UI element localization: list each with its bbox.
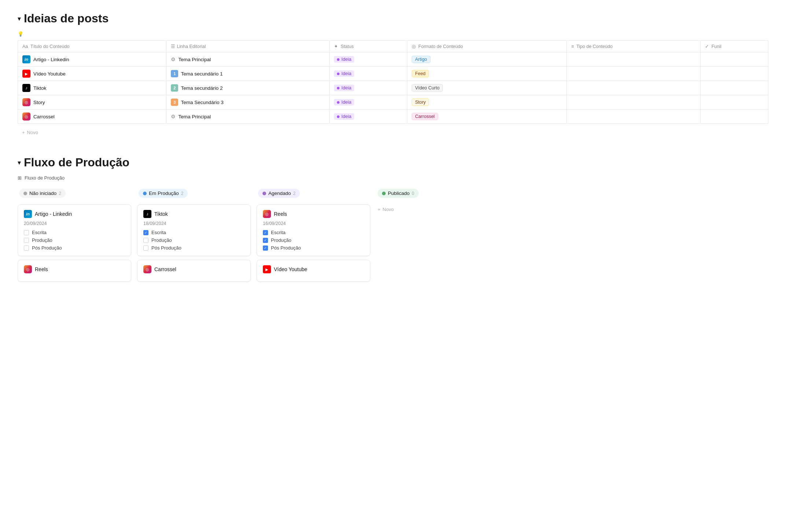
cell-tipo: [567, 110, 701, 124]
cell-status: Ideia: [330, 52, 407, 67]
card-title: in Artigo - Linkedin: [24, 210, 125, 218]
kanban-subheader: ⊞ Fluxo de Produção: [18, 175, 768, 181]
status-dot: [143, 192, 147, 195]
kanban-table-icon: ⊞: [18, 175, 22, 181]
check-item: Produção: [24, 237, 125, 243]
col-count: 0: [412, 191, 414, 196]
col-title: Não iniciado: [29, 191, 56, 196]
check-label: Produção: [32, 237, 52, 243]
add-row-label: Novo: [27, 130, 38, 135]
cell-status: Ideia: [330, 67, 407, 81]
col-header-em_producao: Em Produção 2: [137, 186, 251, 200]
card-title: ▶ Vídeo Youtube: [263, 265, 364, 273]
cell-titulo: ▶ Vídeo Youtube: [18, 67, 166, 81]
check-label: Pós Produção: [151, 245, 181, 251]
card-title: ◎ Reels: [263, 210, 364, 218]
checkbox[interactable]: [24, 245, 29, 251]
check-item: Produção: [263, 237, 364, 243]
check-label: Escrita: [151, 230, 166, 235]
ideias-title: Ideias de posts: [24, 12, 109, 25]
cell-formato: Feed: [407, 67, 567, 81]
check-label: Produção: [151, 237, 172, 243]
checkbox[interactable]: [263, 238, 268, 243]
kanban-subheader-label: Fluxo de Produção: [25, 175, 65, 181]
cell-titulo: ♪ Tiktok: [18, 81, 166, 95]
table-row[interactable]: ♪ Tiktok 2 Tema secundário 2 Ideia Vídeo…: [18, 81, 768, 95]
cell-titulo: ◎ Carrossel: [18, 110, 166, 124]
check-item: Pós Produção: [263, 245, 364, 251]
kanban-card[interactable]: ♪ Tiktok 18/09/2024 Escrita Produção: [137, 204, 251, 256]
card-checklist: Escrita Produção Pós Produção: [24, 230, 125, 251]
check-label: Produção: [271, 237, 291, 243]
card-date: 16/09/2024: [263, 221, 364, 226]
fluxo-header: ▾ Fluxo de Produção: [18, 156, 768, 169]
card-title-text: Reels: [274, 211, 287, 217]
add-card-label: Novo: [383, 207, 394, 212]
col-title: Publicado: [388, 191, 409, 196]
col-header-nao_iniciado: Não iniciado 2: [18, 186, 131, 200]
col-count: 2: [181, 191, 184, 196]
table-row[interactable]: ◎ Carrossel ⚙ Tema Principal Ideia Carro…: [18, 110, 768, 124]
card-checklist: Escrita Produção Pós Produção: [263, 230, 364, 251]
add-card-btn[interactable]: + Novo: [376, 204, 490, 214]
checkbox[interactable]: [263, 230, 268, 235]
kanban-card[interactable]: ◎ Reels 16/09/2024 Escrita Produção: [257, 204, 370, 256]
fluxo-toggle[interactable]: ▾: [18, 159, 21, 167]
status-dot: [23, 192, 27, 195]
checkbox[interactable]: [143, 238, 148, 243]
lightbulb-icon: 💡: [18, 31, 23, 37]
ideias-section: ▾ Ideias de posts 💡 Aa Título do Conteúd…: [18, 12, 768, 138]
status-dot: [382, 192, 386, 195]
table-row[interactable]: in Artigo - Linkedin ⚙ Tema Principal Id…: [18, 52, 768, 67]
cell-funil: [700, 52, 768, 67]
card-title: ◎ Reels: [24, 265, 125, 273]
col-title: Agendado: [268, 191, 291, 196]
checkbox[interactable]: [263, 245, 268, 251]
kanban-card[interactable]: ◎ Carrossel: [137, 260, 251, 282]
card-date: 20/09/2024: [24, 221, 125, 226]
fluxo-section: ▾ Fluxo de Produção ⊞ Fluxo de Produção …: [18, 156, 768, 285]
col-count: 2: [293, 191, 296, 196]
card-title: ♪ Tiktok: [143, 210, 245, 218]
col-header-agendado: Agendado 2: [257, 186, 370, 200]
kanban-card[interactable]: in Artigo - Linkedin 20/09/2024 Escrita …: [18, 204, 131, 256]
table-row[interactable]: ▶ Vídeo Youtube 1 Tema secundário 1 Idei…: [18, 67, 768, 81]
check-item: Pós Produção: [143, 245, 245, 251]
kanban-card[interactable]: ◎ Reels: [18, 260, 131, 282]
checkbox[interactable]: [24, 238, 29, 243]
kanban-col-nao_iniciado: Não iniciado 2 in Artigo - Linkedin 20/0…: [18, 186, 131, 285]
cell-funil: [700, 81, 768, 95]
card-title-text: Tiktok: [154, 211, 168, 217]
ideias-toggle[interactable]: ▾: [18, 15, 21, 23]
cell-linha: 1 Tema secundário 1: [166, 67, 330, 81]
checkbox[interactable]: [143, 245, 148, 251]
cell-formato: Carrossel: [407, 110, 567, 124]
add-new-row[interactable]: + Novo: [18, 127, 768, 138]
cell-tipo: [567, 95, 701, 110]
cell-tipo: [567, 67, 701, 81]
cell-linha: 3 Tema Secundário 3: [166, 95, 330, 110]
checkbox[interactable]: [24, 230, 29, 235]
ideias-table: Aa Título do Conteúdo ☰Linha Editorial ✦…: [18, 40, 768, 124]
cell-status: Ideia: [330, 95, 407, 110]
cell-linha: ⚙ Tema Principal: [166, 110, 330, 124]
cell-linha: 2 Tema secundário 2: [166, 81, 330, 95]
table-row[interactable]: ◎ Story 3 Tema Secundário 3 Ideia Story: [18, 95, 768, 110]
col-tipo: ≡ Tipo de Conteúdo: [567, 41, 701, 52]
kanban-card[interactable]: ▶ Vídeo Youtube: [257, 260, 370, 282]
card-checklist: Escrita Produção Pós Produção: [143, 230, 245, 251]
check-label: Escrita: [271, 230, 286, 235]
ideias-header: ▾ Ideias de posts: [18, 12, 768, 25]
plus-icon: +: [22, 130, 25, 135]
cell-status: Ideia: [330, 81, 407, 95]
cell-titulo: in Artigo - Linkedin: [18, 52, 166, 67]
cell-tipo: [567, 81, 701, 95]
cell-linha: ⚙ Tema Principal: [166, 52, 330, 67]
card-title-text: Artigo - Linkedin: [35, 211, 72, 217]
cell-status: Ideia: [330, 110, 407, 124]
checkbox[interactable]: [143, 230, 148, 235]
check-label: Pós Produção: [271, 245, 301, 251]
col-count: 2: [59, 191, 61, 196]
check-item: Escrita: [24, 230, 125, 235]
col-header-publicado: Publicado 0: [376, 186, 490, 200]
